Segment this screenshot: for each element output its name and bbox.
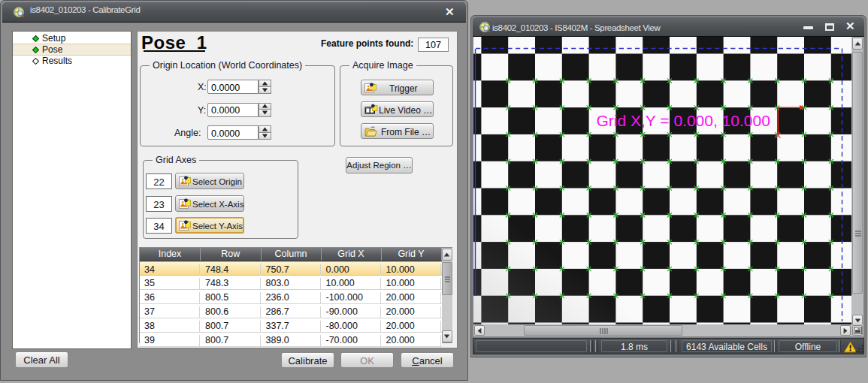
svg-text:Grid X,Y = 0.000, 10.000: Grid X,Y = 0.000, 10.000 bbox=[597, 112, 770, 129]
